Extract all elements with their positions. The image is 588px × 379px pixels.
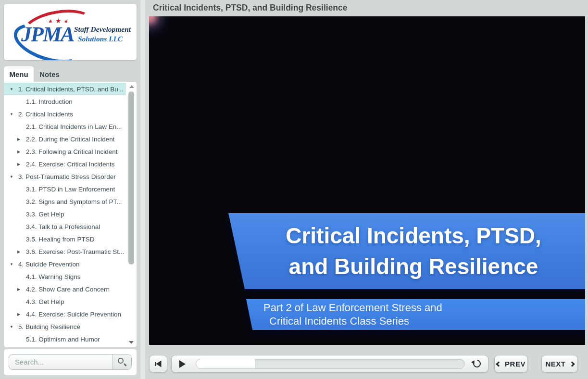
menu-item-label: 1.1. Introduction <box>26 98 73 105</box>
menu-item[interactable]: 1.1. Introduction <box>4 95 126 108</box>
menu-item-label: 3.2. Signs and Symptoms of PT... <box>26 198 122 205</box>
collapse-icon[interactable]: ▼ <box>10 87 17 91</box>
menu-item-label: 5. Building Resilience <box>18 323 80 330</box>
menu-item[interactable]: 4.1. Warning Signs <box>4 270 126 283</box>
menu-item-label: 4.2. Show Care and Concern <box>26 286 110 293</box>
menu-item-label: 5.1. Optimism and Humor <box>26 336 100 343</box>
menu-item-label: 3.5. Healing from PTSD <box>26 236 95 243</box>
menu-item[interactable]: ▶4.2. Show Care and Concern <box>4 283 126 295</box>
slide-title-line2: and Building Resilience <box>228 252 585 281</box>
speaker-icon <box>155 361 162 367</box>
subtitle-banner: Part 2 of Law Enforcement Stress and Cri… <box>246 299 585 330</box>
menu-item[interactable]: 3.5. Healing from PTSD <box>4 233 126 245</box>
replay-button[interactable] <box>472 358 484 370</box>
menu-item[interactable]: ▶2.3. Following a Critical Incident <box>4 145 126 158</box>
slide-subtitle-line1: Part 2 of Law Enforcement Stress and <box>246 299 585 315</box>
menu-item-label: 2.1. Critical Incidents in Law En... <box>26 123 122 130</box>
search-panel <box>4 349 137 375</box>
tab-menu[interactable]: Menu <box>4 66 34 82</box>
collapse-icon[interactable]: ▼ <box>10 175 17 179</box>
menu-item[interactable]: 4.3. Get Help <box>4 295 126 308</box>
logo-card: ★ ★ ★ JPMA Staff Development Solutions L… <box>4 4 137 60</box>
menu-item-label: 4.1. Warning Signs <box>26 273 81 280</box>
slide-stage: Critical Incidents, PTSD, and Building R… <box>149 16 585 345</box>
menu-item-label: 1. Critical Incidents, PTSD, and Bu... <box>18 86 124 93</box>
menu-item-label: 3.4. Talk to a Professional <box>26 223 100 230</box>
menu-item[interactable]: ▶2.4. Exercise: Critical Incidents <box>4 158 126 170</box>
title-banner: Critical Incidents, PTSD, and Building R… <box>228 213 585 289</box>
expand-icon[interactable]: ▶ <box>17 312 25 316</box>
menu-item[interactable]: 2.1. Critical Incidents in Law En... <box>4 120 126 133</box>
collapse-icon[interactable]: ▼ <box>10 325 17 329</box>
page-title: Critical Incidents, PTSD, and Building R… <box>153 3 348 13</box>
search-icon <box>118 358 124 364</box>
menu-item-label: 4.4. Exercise: Suicide Prevention <box>26 311 121 318</box>
volume-button[interactable] <box>149 355 167 373</box>
next-button[interactable]: NEXT <box>541 355 578 373</box>
chevron-right-icon <box>569 361 575 366</box>
menu-item-label: 2.2. During the Critical Incident <box>26 136 115 143</box>
search-input[interactable] <box>9 354 112 369</box>
menu-item-label: 4.3. Get Help <box>26 298 64 305</box>
menu-item[interactable]: 3.2. Signs and Symptoms of PT... <box>4 195 126 208</box>
scrollbar-thumb[interactable] <box>128 91 134 265</box>
menu-item-label: 2.4. Exercise: Critical Incidents <box>26 161 115 168</box>
menu-item[interactable]: 5.1. Optimism and Humor <box>4 333 126 345</box>
expand-icon[interactable]: ▶ <box>17 250 25 254</box>
search-button[interactable] <box>112 354 131 369</box>
menu-item[interactable]: ▶2.2. During the Critical Incident <box>4 133 126 145</box>
logo-tagline-2: Solutions LLC <box>78 35 123 43</box>
prev-button[interactable]: PREV <box>494 355 528 373</box>
play-icon <box>179 360 186 368</box>
menu-item[interactable]: 3.4. Talk to a Professional <box>4 220 126 233</box>
logo-acronym: JPMA <box>21 22 74 47</box>
menu-item-label: 3.1. PTSD in Law Enforcement <box>26 186 115 193</box>
collapse-icon[interactable]: ▼ <box>10 262 17 266</box>
menu-item[interactable]: ▼2. Critical Incidents <box>4 108 126 120</box>
logo-tagline-1: Staff Development <box>74 25 131 34</box>
panel-divider <box>140 0 145 379</box>
collapse-icon[interactable]: ▼ <box>10 112 17 116</box>
tab-notes[interactable]: Notes <box>34 66 65 82</box>
menu-item-label: 2. Critical Incidents <box>18 111 73 118</box>
expand-icon[interactable]: ▶ <box>17 287 25 291</box>
scroll-down-icon[interactable] <box>129 341 134 344</box>
course-player-window: ★ ★ ★ JPMA Staff Development Solutions L… <box>0 0 588 379</box>
menu-item[interactable]: ▼4. Suicide Prevention <box>4 258 126 270</box>
menu-item[interactable]: ▶3.6. Exercise: Post-Traumatic St... <box>4 245 126 258</box>
expand-icon[interactable]: ▶ <box>17 137 25 141</box>
menu-item-label: 3.6. Exercise: Post-Traumatic St... <box>26 248 124 255</box>
play-button[interactable] <box>172 355 193 372</box>
menu-item[interactable]: ▶4.4. Exercise: Suicide Prevention <box>4 308 126 320</box>
jpma-logo: ★ ★ ★ JPMA Staff Development Solutions L… <box>4 4 137 60</box>
prev-button-label: PREV <box>505 360 525 368</box>
menu-item[interactable]: ▼3. Post-Traumatic Stress Disorder <box>4 170 126 183</box>
menu-item-label: 4. Suicide Prevention <box>18 261 80 268</box>
menu-item-label: 3.3. Get Help <box>26 211 64 218</box>
menu-panel: ▼1. Critical Incidents, PTSD, and Bu...1… <box>4 82 137 347</box>
slide-subtitle-line2: Critical Incidents Class Series <box>246 315 585 328</box>
menu-item-label: 3. Post-Traumatic Stress Disorder <box>18 173 116 180</box>
seekbar-fill <box>196 359 255 368</box>
menu-item[interactable]: ▼5. Building Resilience <box>4 320 126 333</box>
menu-item[interactable]: 3.1. PTSD in Law Enforcement <box>4 183 126 195</box>
next-button-label: NEXT <box>545 360 565 368</box>
menu-item-label: 2.3. Following a Critical Incident <box>26 148 118 155</box>
expand-icon[interactable]: ▶ <box>17 150 25 154</box>
chevron-left-icon <box>496 361 501 366</box>
scroll-up-icon[interactable] <box>129 85 134 88</box>
menu-item[interactable]: ▼1. Critical Incidents, PTSD, and Bu... <box>4 83 126 95</box>
seekbar[interactable] <box>196 359 465 369</box>
menu-scrollbar[interactable] <box>128 84 135 345</box>
expand-icon[interactable]: ▶ <box>17 162 25 166</box>
transport-bar <box>171 355 488 373</box>
menu-list: ▼1. Critical Incidents, PTSD, and Bu...1… <box>4 83 126 345</box>
search-box <box>9 354 132 370</box>
slide-title-line1: Critical Incidents, PTSD, <box>228 213 585 252</box>
menu-item[interactable]: 3.3. Get Help <box>4 208 126 220</box>
